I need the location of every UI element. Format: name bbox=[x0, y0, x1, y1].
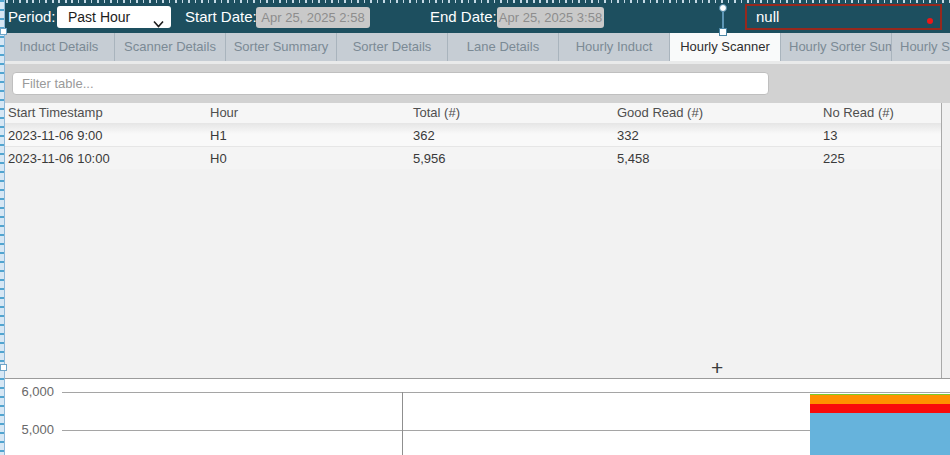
header-no-read[interactable]: No Read (#) bbox=[815, 103, 950, 123]
tab-sorter-summary[interactable]: Sorter Summary bbox=[226, 33, 337, 61]
tab-lane-details[interactable]: Lane Details bbox=[448, 33, 559, 61]
table-row[interactable]: 2023-11-06 9:00 H1 362 332 13 bbox=[0, 123, 950, 146]
table-cell: 2023-11-06 10:00 bbox=[0, 147, 202, 169]
toolbar: Period: Past Hour Start Date: Apr 25, 20… bbox=[0, 0, 950, 33]
table-cell: 2023-11-06 9:00 bbox=[0, 124, 202, 146]
table-cell: 362 bbox=[405, 124, 609, 146]
start-date-input[interactable]: Apr 25, 2025 2:58 PM bbox=[256, 7, 370, 28]
data-table: Start Timestamp Hour Total (#) Good Read… bbox=[0, 103, 950, 378]
filter-section bbox=[0, 61, 950, 103]
header-good-read[interactable]: Good Read (#) bbox=[609, 103, 815, 123]
bar-segment-unlabeled-green bbox=[810, 394, 950, 396]
tab-scanner-details[interactable]: Scanner Details bbox=[115, 33, 226, 61]
bar-segment-unlabeled-orange bbox=[810, 395, 950, 404]
tab-hourly-scanner[interactable]: Hourly Scanner bbox=[670, 33, 781, 61]
top-ruler-ticks bbox=[0, 0, 950, 3]
selection-handle-line bbox=[722, 9, 724, 30]
header-start-timestamp[interactable]: Start Timestamp bbox=[0, 103, 202, 123]
category-gridline bbox=[402, 392, 403, 455]
table-cell: 5,956 bbox=[405, 147, 609, 169]
period-label: Period: bbox=[8, 8, 56, 25]
add-button[interactable]: + bbox=[711, 357, 723, 378]
left-ruler-ticks bbox=[0, 0, 4, 455]
y-axis-tick-label: 5,000 bbox=[0, 423, 54, 437]
period-selected-value: Past Hour bbox=[68, 9, 130, 25]
tab-induct-details[interactable]: Induct Details bbox=[4, 33, 115, 61]
tab-sorter-details[interactable]: Sorter Details bbox=[337, 33, 448, 61]
bar-segment-good-read bbox=[810, 413, 950, 455]
end-date-label: End Date: bbox=[430, 8, 497, 25]
end-date-input[interactable]: Apr 25, 2025 3:58 PM bbox=[497, 7, 604, 28]
left-ruler bbox=[0, 0, 5, 455]
selection-handle-left-top[interactable] bbox=[0, 28, 7, 35]
tab-hourly-induct[interactable]: Hourly Induct bbox=[559, 33, 670, 61]
chart: 6,000 5,000 bbox=[0, 379, 950, 455]
null-overlay-value: null bbox=[756, 8, 779, 25]
table-cell: 332 bbox=[609, 124, 815, 146]
start-date-label: Start Date: bbox=[185, 8, 257, 25]
header-total[interactable]: Total (#) bbox=[405, 103, 609, 123]
bar-segment-no-read bbox=[810, 404, 950, 413]
selection-handle-square[interactable] bbox=[719, 28, 727, 36]
table-row[interactable]: 2023-11-06 10:00 H0 5,956 5,458 225 bbox=[0, 146, 950, 169]
period-select[interactable]: Past Hour bbox=[57, 6, 171, 28]
error-dot-icon bbox=[927, 18, 933, 24]
header-hour[interactable]: Hour bbox=[202, 103, 405, 123]
table-cell: 225 bbox=[815, 147, 950, 169]
tab-hourly-sorter-summary[interactable]: Hourly Sorter Summar bbox=[781, 33, 892, 61]
table-cell: H1 bbox=[202, 124, 405, 146]
selection-handle-left-bottom[interactable] bbox=[0, 364, 7, 371]
null-overlay-input[interactable]: null bbox=[745, 4, 942, 30]
selection-handle-circle[interactable] bbox=[719, 4, 727, 12]
table-header-row: Start Timestamp Hour Total (#) Good Read… bbox=[0, 103, 950, 123]
filter-input[interactable] bbox=[12, 72, 769, 95]
table-cell: H0 bbox=[202, 147, 405, 169]
chevron-down-icon bbox=[153, 12, 164, 34]
tab-hourly-sorter[interactable]: Hourly Sort bbox=[892, 33, 950, 61]
table-cell: 13 bbox=[815, 124, 950, 146]
table-cell: 5,458 bbox=[609, 147, 815, 169]
table-scrollbar[interactable] bbox=[941, 103, 950, 378]
tab-bar: Induct Details Scanner Details Sorter Su… bbox=[0, 33, 950, 61]
y-axis-tick-label: 6,000 bbox=[0, 385, 54, 399]
